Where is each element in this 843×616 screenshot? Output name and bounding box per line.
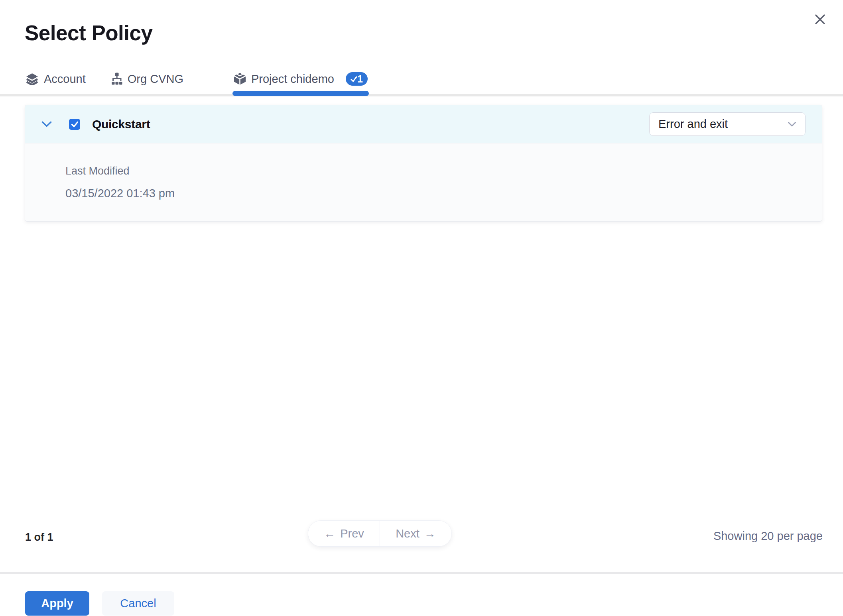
layers-icon xyxy=(26,73,39,85)
check-icon xyxy=(351,76,357,82)
cube-icon xyxy=(234,73,246,85)
next-label: Next xyxy=(396,527,420,540)
arrow-right-icon: → xyxy=(424,527,436,540)
footer-divider xyxy=(0,572,843,574)
close-icon xyxy=(813,13,827,26)
policy-card: Quickstart Error and exit Last Modified … xyxy=(25,105,822,222)
selected-count-badge: 1 xyxy=(346,72,368,86)
cancel-button[interactable]: Cancel xyxy=(102,591,174,616)
tab-label: Account xyxy=(44,73,86,86)
policy-details: Last Modified 03/15/2022 01:43 pm xyxy=(25,143,822,221)
arrow-left-icon: ← xyxy=(324,527,335,540)
select-value: Error and exit xyxy=(658,118,728,131)
last-modified-label: Last Modified xyxy=(65,165,822,177)
scope-tabs: Account Org CVNG Project chidemo xyxy=(26,71,368,86)
tab-org-cvng[interactable]: Org CVNG xyxy=(111,73,183,86)
check-icon xyxy=(71,121,79,128)
org-hierarchy-icon xyxy=(111,73,122,85)
page-title: Select Policy xyxy=(25,21,153,45)
tab-project-chidemo[interactable]: Project chidemo 1 xyxy=(234,72,368,86)
badge-count: 1 xyxy=(357,73,363,85)
expander-chevron-down-icon[interactable] xyxy=(41,121,52,128)
page-indicator: 1 of 1 xyxy=(25,531,53,543)
apply-button[interactable]: Apply xyxy=(25,591,89,616)
tab-label: Org CVNG xyxy=(128,73,183,86)
tab-label: Project chidemo xyxy=(251,73,334,86)
policy-row[interactable]: Quickstart Error and exit xyxy=(25,105,822,143)
tab-account[interactable]: Account xyxy=(26,73,86,86)
chevron-down-icon xyxy=(788,122,796,127)
last-modified-value: 03/15/2022 01:43 pm xyxy=(65,187,822,200)
pager: ← Prev Next → xyxy=(308,520,452,547)
policy-checkbox[interactable] xyxy=(69,119,80,130)
close-button[interactable] xyxy=(810,10,829,29)
next-button[interactable]: Next → xyxy=(380,521,451,546)
prev-button[interactable]: ← Prev xyxy=(308,521,380,546)
per-page-text: Showing 20 per page xyxy=(713,530,823,543)
tabs-divider xyxy=(0,94,843,96)
prev-label: Prev xyxy=(340,527,364,540)
policy-name: Quickstart xyxy=(92,118,150,131)
failure-action-select[interactable]: Error and exit xyxy=(649,112,806,136)
